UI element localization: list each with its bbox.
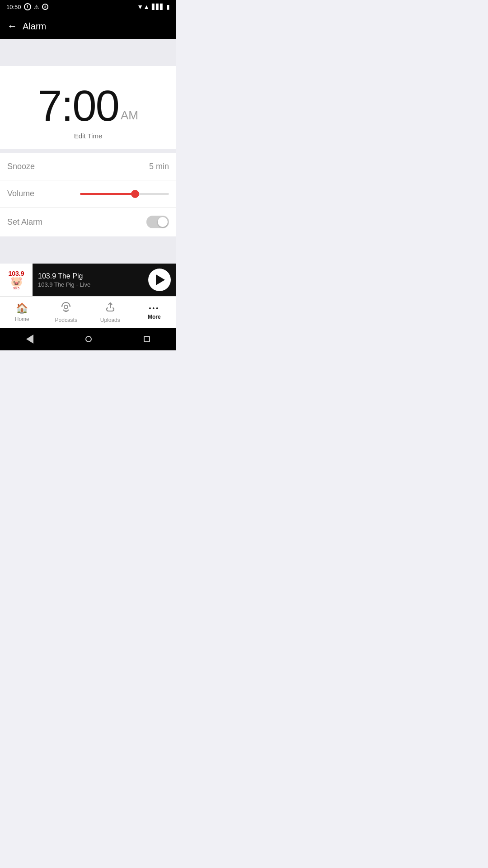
app-bar: ← Alarm xyxy=(0,14,176,39)
volume-row: Volume xyxy=(0,180,176,208)
uploads-label: Uploads xyxy=(100,317,120,323)
status-bar: 10:50 f ⚠ ⊘ ▼▲ ▋▋▋ ▮ xyxy=(0,0,176,14)
bottom-nav: 🏠 Home Podcasts Uploads xyxy=(0,296,176,328)
set-alarm-label: Set Alarm xyxy=(7,217,42,227)
app-title: Alarm xyxy=(23,21,46,32)
toggle-knob xyxy=(158,217,168,227)
facebook-icon: f xyxy=(24,3,31,10)
podcasts-label: Podcasts xyxy=(55,317,77,323)
android-recent-button[interactable] xyxy=(144,336,150,342)
time-section: 7:00 AM Edit Time xyxy=(0,66,176,149)
settings-section: Snooze 5 min Volume Set Alarm xyxy=(0,153,176,236)
station-name: 103.9 The Pig xyxy=(38,272,143,280)
station-logo-inner: 103.9 🐷 98.5 xyxy=(3,266,30,293)
snooze-value: 5 min xyxy=(149,162,169,171)
podcasts-icon xyxy=(61,302,71,315)
uploads-icon xyxy=(105,302,116,315)
android-nav-bar xyxy=(0,328,176,350)
section-divider-1 xyxy=(0,149,176,153)
time-hour: 7 xyxy=(38,81,61,130)
time-ampm: AM xyxy=(121,109,138,121)
android-home-button[interactable] xyxy=(85,336,92,342)
station-info: 103.9 The Pig 103.9 The Pig - Live xyxy=(33,268,148,292)
slider-fill xyxy=(80,193,135,195)
time-hour-minutes: 7:00 xyxy=(38,84,119,127)
signal-icon: ▋▋▋ xyxy=(152,4,164,10)
now-playing-bar: 103.9 🐷 98.5 103.9 The Pig 103.9 The Pig… xyxy=(0,264,176,296)
pig-graphic: 🐷 xyxy=(10,277,23,287)
station-subtitle: 103.9 The Pig - Live xyxy=(38,281,143,288)
edit-time-button[interactable]: Edit Time xyxy=(74,132,103,140)
volume-slider[interactable] xyxy=(80,193,169,195)
home-label: Home xyxy=(15,316,29,322)
nav-item-more[interactable]: ••• More xyxy=(132,297,177,328)
wifi-icon: ▼▲ xyxy=(137,3,150,10)
slider-track[interactable] xyxy=(80,193,169,195)
nav-item-home[interactable]: 🏠 Home xyxy=(0,297,44,328)
more-label: More xyxy=(148,314,161,320)
android-recent-icon xyxy=(144,336,150,342)
slider-thumb[interactable] xyxy=(131,190,139,198)
warning-icon: ⚠ xyxy=(34,4,39,10)
home-icon: 🏠 xyxy=(16,302,28,314)
android-home-icon xyxy=(85,336,92,342)
no-distort-icon: ⊘ xyxy=(42,4,48,10)
android-back-icon xyxy=(26,335,33,344)
set-alarm-toggle-wrap xyxy=(146,216,169,228)
nav-item-uploads[interactable]: Uploads xyxy=(88,297,132,328)
time-display: 7:00 AM xyxy=(38,84,138,127)
time-separator: : xyxy=(61,81,72,130)
status-time: 10:50 xyxy=(6,4,21,10)
volume-label: Volume xyxy=(7,189,34,198)
bottom-gray-area xyxy=(0,236,176,264)
more-icon: ••• xyxy=(149,305,160,312)
logo-sub: 98.5 xyxy=(13,287,19,290)
play-triangle-icon xyxy=(156,274,165,285)
android-back-button[interactable] xyxy=(26,335,33,344)
status-right: ▼▲ ▋▋▋ ▮ xyxy=(137,3,170,10)
play-button[interactable] xyxy=(148,269,171,291)
time-minutes: 00 xyxy=(72,81,119,130)
nav-item-podcasts[interactable]: Podcasts xyxy=(44,297,89,328)
station-logo: 103.9 🐷 98.5 xyxy=(0,264,33,296)
set-alarm-row[interactable]: Set Alarm xyxy=(0,208,176,236)
top-spacer xyxy=(0,39,176,66)
svg-point-0 xyxy=(64,305,68,309)
status-left: 10:50 f ⚠ ⊘ xyxy=(6,3,48,10)
back-button[interactable]: ← xyxy=(7,21,17,31)
snooze-row[interactable]: Snooze 5 min xyxy=(0,153,176,180)
battery-icon: ▮ xyxy=(166,3,170,10)
snooze-label: Snooze xyxy=(7,162,35,171)
set-alarm-toggle[interactable] xyxy=(146,216,169,228)
